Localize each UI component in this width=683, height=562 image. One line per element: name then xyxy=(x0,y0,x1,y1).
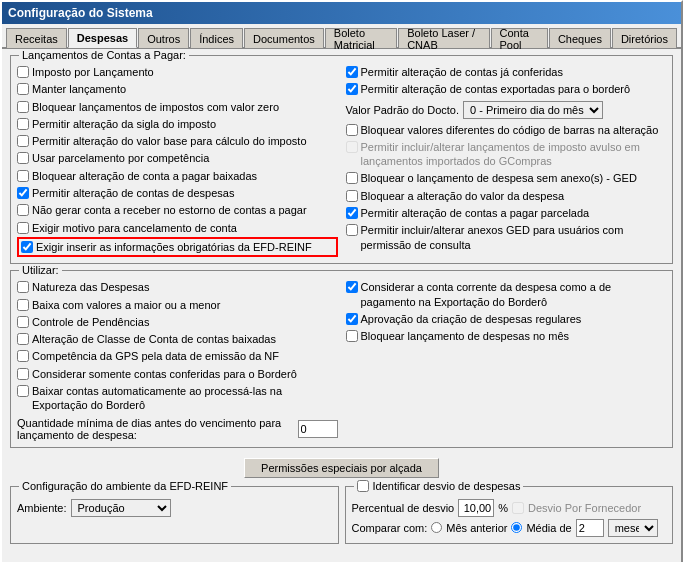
cb-bloquear-lancamento[interactable] xyxy=(346,330,358,342)
permissions-area: Permissões especiais por alçada xyxy=(10,454,673,482)
lancamentos-title: Lançamentos de Contas a Pagar: xyxy=(19,49,189,61)
tab-boleto-matricial[interactable]: Boleto Matricial xyxy=(325,28,397,48)
cb-sigla[interactable] xyxy=(17,118,29,130)
cb-row-natureza: Natureza das Despesas xyxy=(17,279,338,295)
tab-despesas[interactable]: Despesas xyxy=(68,28,137,48)
radio-mes-anterior[interactable] xyxy=(431,522,442,533)
cb-row-bloquear-lancamento: Bloquear lançamento de despesas no mês xyxy=(346,328,667,344)
percentual-input[interactable] xyxy=(458,499,494,517)
tab-receitas[interactable]: Receitas xyxy=(6,28,67,48)
cb-valor-base-label: Permitir alteração do valor base para cá… xyxy=(32,134,307,148)
cb-row-sem-anexo: Bloquear o lançamento de despesa sem ane… xyxy=(346,170,667,186)
cb-baixar-automaticamente-label: Baixar contas automaticamente ao process… xyxy=(32,384,338,413)
cb-bloquear-lancamentos-label: Bloquear lançamentos de impostos com val… xyxy=(32,100,279,114)
cb-efd-label: Exigir inserir as informações obrigatóri… xyxy=(36,240,312,254)
cb-alteracao-classe[interactable] xyxy=(17,333,29,345)
ambiente-select[interactable]: Produção Homologação xyxy=(71,499,171,517)
cb-barras-label: Bloquear valores diferentes do código de… xyxy=(361,123,659,137)
content-area: Lançamentos de Contas a Pagar: Imposto p… xyxy=(2,49,681,562)
cb-row-parcelamento: Usar parcelamento por competência xyxy=(17,150,338,166)
cb-parcelamento[interactable] xyxy=(17,152,29,164)
cb-somente-conferidas-label: Considerar somente contas conferidas par… xyxy=(32,367,297,381)
cb-row-bloquear-valor: Bloquear a alteração do valor da despesa xyxy=(346,188,667,204)
valor-padrao-label: Valor Padrão do Docto. xyxy=(346,104,460,116)
cb-aprovacao[interactable] xyxy=(346,313,358,325)
utilizar-left-col: Natureza das Despesas Baixa com valores … xyxy=(17,279,338,440)
utilizar-title: Utilizar: xyxy=(19,264,62,276)
cb-baixar-contas[interactable] xyxy=(17,170,29,182)
tab-cheques[interactable]: Cheques xyxy=(549,28,611,48)
cb-imposto-avulso xyxy=(346,141,358,153)
cb-bloquear-valor-label: Bloquear a alteração do valor da despesa xyxy=(361,189,565,203)
tab-boleto-laser[interactable]: Boleto Laser / CNAB xyxy=(398,28,489,48)
permissions-button[interactable]: Permissões especiais por alçada xyxy=(244,458,439,478)
cb-competencia-gps[interactable] xyxy=(17,350,29,362)
cb-efd[interactable] xyxy=(21,241,33,253)
cb-controle[interactable] xyxy=(17,316,29,328)
cb-row-efd: Exigir inserir as informações obrigatóri… xyxy=(17,237,338,257)
percent-symbol: % xyxy=(498,502,508,514)
main-window: Configuração do Sistema Receitas Despesa… xyxy=(0,0,683,562)
cb-natureza[interactable] xyxy=(17,281,29,293)
cb-row-aprovacao: Aprovação da criação de despesas regular… xyxy=(346,311,667,327)
cb-row-sigla: Permitir alteração da sigla do imposto xyxy=(17,116,338,132)
media-meses-input[interactable] xyxy=(576,519,604,537)
cb-parcelamento-label: Usar parcelamento por competência xyxy=(32,151,209,165)
tab-diretorios[interactable]: Diretórios xyxy=(612,28,677,48)
cb-competencia-gps-label: Competência da GPS pela data de emissão … xyxy=(32,349,279,363)
cb-identificar-desvio[interactable] xyxy=(357,480,369,492)
cb-aprovacao-label: Aprovação da criação de despesas regular… xyxy=(361,312,582,326)
cb-sigla-label: Permitir alteração da sigla do imposto xyxy=(32,117,216,131)
meses-select[interactable]: meses xyxy=(608,519,658,537)
cb-permitir-contas-label: Permitir alteração de contas de despesas xyxy=(32,186,234,200)
mes-anterior-label: Mês anterior xyxy=(446,522,507,534)
tab-outros[interactable]: Outros xyxy=(138,28,189,48)
cb-ged-usuarios[interactable] xyxy=(346,224,358,236)
cb-bloquear-valor[interactable] xyxy=(346,190,358,202)
cb-row-baixa-valores: Baixa com valores a maior ou a menor xyxy=(17,297,338,313)
radio-media[interactable] xyxy=(511,522,522,533)
cb-row-parcelada: Permitir alteração de contas a pagar par… xyxy=(346,205,667,221)
cb-parcelada[interactable] xyxy=(346,207,358,219)
tab-indices[interactable]: Índices xyxy=(190,28,243,48)
desvio-fornecedor-label: Desvio Por Fornecedor xyxy=(528,502,641,514)
quantidade-label: Quantidade mínima de dias antes do venci… xyxy=(17,417,294,441)
title-bar: Configuração do Sistema xyxy=(2,2,681,24)
lancamentos-left-col: Imposto por Lançamento Manter lançamento… xyxy=(17,64,338,257)
tab-documentos[interactable]: Documentos xyxy=(244,28,324,48)
lancamentos-right-col: Permitir alteração de contas já conferid… xyxy=(346,64,667,257)
cb-barras[interactable] xyxy=(346,124,358,136)
cb-ged-usuarios-label: Permitir incluir/alterar anexos GED para… xyxy=(361,223,667,252)
cb-bloquear-lancamentos[interactable] xyxy=(17,101,29,113)
cb-manter[interactable] xyxy=(17,83,29,95)
cb-row-imposto: Imposto por Lançamento xyxy=(17,64,338,80)
cb-conferidas[interactable] xyxy=(346,66,358,78)
cb-imposto[interactable] xyxy=(17,66,29,78)
tab-bar: Receitas Despesas Outros Índices Documen… xyxy=(2,24,681,49)
percentual-row: Percentual de desvio % Desvio Por Fornec… xyxy=(352,499,667,517)
cb-exigir-motivo[interactable] xyxy=(17,222,29,234)
cb-permitir-contas[interactable] xyxy=(17,187,29,199)
cb-valor-base[interactable] xyxy=(17,135,29,147)
cb-nao-gerar[interactable] xyxy=(17,204,29,216)
cb-baixa-valores[interactable] xyxy=(17,299,29,311)
cb-sem-anexo[interactable] xyxy=(346,172,358,184)
cb-conta-corrente-label: Considerar a conta corrente da despesa c… xyxy=(361,280,667,309)
quantidade-row: Quantidade mínima de dias antes do venci… xyxy=(17,417,338,441)
quantidade-input[interactable] xyxy=(298,420,338,438)
valor-padrao-select[interactable]: 0 - Primeiro dia do mês xyxy=(463,101,603,119)
cb-exportadas[interactable] xyxy=(346,83,358,95)
valor-padrao-row: Valor Padrão do Docto. 0 - Primeiro dia … xyxy=(346,101,667,119)
tab-conta-pool[interactable]: Conta Pool xyxy=(491,28,548,48)
cb-conta-corrente[interactable] xyxy=(346,281,358,293)
cb-row-controle: Controle de Pendências xyxy=(17,314,338,330)
cb-row-competencia-gps: Competência da GPS pela data de emissão … xyxy=(17,348,338,364)
cb-controle-label: Controle de Pendências xyxy=(32,315,149,329)
cb-somente-conferidas[interactable] xyxy=(17,368,29,380)
percentual-label: Percentual de desvio xyxy=(352,502,455,514)
ambiente-row: Ambiente: Produção Homologação xyxy=(17,499,332,517)
media-label: Média de xyxy=(526,522,571,534)
cb-sem-anexo-label: Bloquear o lançamento de despesa sem ane… xyxy=(361,171,637,185)
cb-exigir-motivo-label: Exigir motivo para cancelamento de conta xyxy=(32,221,237,235)
cb-baixar-automaticamente[interactable] xyxy=(17,385,29,397)
